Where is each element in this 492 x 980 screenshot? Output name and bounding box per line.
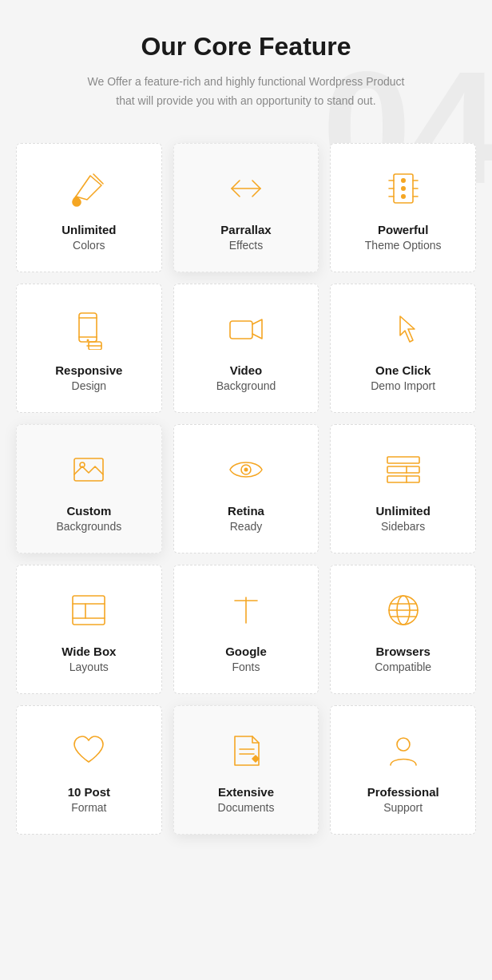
mobile-icon (66, 307, 111, 351)
card-title: Powerful (378, 222, 428, 238)
feature-card-wide-box-layouts[interactable]: Wide BoxLayouts (16, 565, 162, 694)
feature-card-10-post-format[interactable]: 10 PostFormat (16, 705, 162, 835)
feature-card-professional-support[interactable]: ProfessionalSupport (330, 705, 476, 835)
svg-rect-28 (73, 596, 105, 625)
card-title: Extensive (218, 784, 274, 800)
layout-icon (66, 588, 111, 633)
heart-icon (66, 728, 111, 773)
svg-point-10 (401, 186, 406, 191)
features-grid: UnlimitedColors ParrallaxEffects Powerfu… (16, 143, 476, 835)
card-title: Custom (66, 503, 111, 519)
card-subtitle: Format (71, 800, 106, 816)
section-title: Our Core Feature (16, 32, 476, 61)
feature-card-unlimited-colors[interactable]: UnlimitedColors (16, 143, 162, 272)
svg-rect-25 (387, 476, 419, 482)
card-subtitle: Ready (230, 519, 262, 535)
section-subtitle: We Offer a feature-rich and highly funct… (86, 73, 406, 111)
feature-card-browsers-compatible[interactable]: BrowsersCompatible (330, 565, 476, 694)
image-icon (66, 447, 111, 492)
paint-bucket-icon (66, 166, 111, 211)
video-camera-icon (224, 307, 268, 351)
page-wrapper: 04 Our Core Feature We Offer a feature-r… (0, 0, 492, 875)
card-subtitle: Layouts (69, 660, 109, 676)
card-title: Browsers (375, 644, 430, 660)
card-title: Retina (228, 503, 264, 519)
card-title: One Click (375, 363, 430, 379)
feature-card-google-fonts[interactable]: GoogleFonts (173, 565, 319, 694)
feature-card-custom-backgrounds[interactable]: CustomBackgrounds (16, 424, 162, 553)
card-subtitle: Colors (73, 238, 105, 254)
person-icon (381, 728, 426, 773)
svg-point-11 (401, 194, 406, 199)
document-edit-icon (224, 728, 268, 773)
card-title: Parrallax (220, 222, 271, 238)
card-title: Unlimited (375, 503, 430, 519)
eye-icon (224, 447, 268, 492)
parallax-icon (224, 166, 268, 211)
card-subtitle: Fonts (232, 660, 260, 676)
feature-card-one-click-demo[interactable]: One ClickDemo Import (330, 284, 476, 413)
card-subtitle: Background (216, 379, 276, 395)
card-title: Google (225, 644, 267, 660)
card-title: Professional (367, 784, 439, 800)
sliders-icon (381, 166, 426, 211)
card-subtitle: Demo Import (371, 379, 435, 395)
card-subtitle: Documents (218, 800, 275, 816)
feature-card-parallax-effects[interactable]: ParrallaxEffects (173, 143, 319, 272)
card-title: Wide Box (62, 644, 116, 660)
card-title: Responsive (55, 363, 122, 379)
svg-point-9 (401, 178, 406, 183)
feature-card-extensive-documents[interactable]: ExtensiveDocuments (173, 705, 319, 835)
typography-icon (224, 588, 268, 633)
feature-card-unlimited-sidebars[interactable]: UnlimitedSidebars (330, 424, 476, 553)
svg-rect-18 (230, 321, 252, 339)
svg-point-15 (87, 339, 89, 341)
svg-point-41 (397, 738, 410, 751)
card-subtitle: Backgrounds (56, 519, 121, 535)
card-title: Unlimited (62, 222, 116, 238)
sidebars-icon (381, 447, 426, 492)
svg-rect-23 (387, 457, 419, 463)
svg-point-22 (244, 467, 248, 471)
card-subtitle: Sidebars (381, 519, 425, 535)
card-subtitle: Theme Options (365, 238, 442, 254)
section-header: Our Core Feature We Offer a feature-rich… (16, 32, 476, 111)
feature-card-responsive-design[interactable]: ResponsiveDesign (16, 284, 162, 413)
card-subtitle: Compatible (375, 660, 431, 676)
svg-rect-24 (387, 466, 419, 473)
card-subtitle: Design (72, 379, 107, 395)
feature-card-powerful-theme-options[interactable]: PowerfulTheme Options (330, 143, 476, 272)
card-subtitle: Effects (229, 238, 264, 254)
pointer-icon (381, 307, 426, 351)
feature-card-video-background[interactable]: VideoBackground (173, 284, 319, 413)
feature-card-retina-ready[interactable]: RetinaReady (173, 424, 319, 553)
card-title: Video (230, 363, 263, 379)
card-title: 10 Post (68, 784, 110, 800)
globe-icon (381, 588, 426, 633)
card-subtitle: Support (383, 800, 423, 816)
